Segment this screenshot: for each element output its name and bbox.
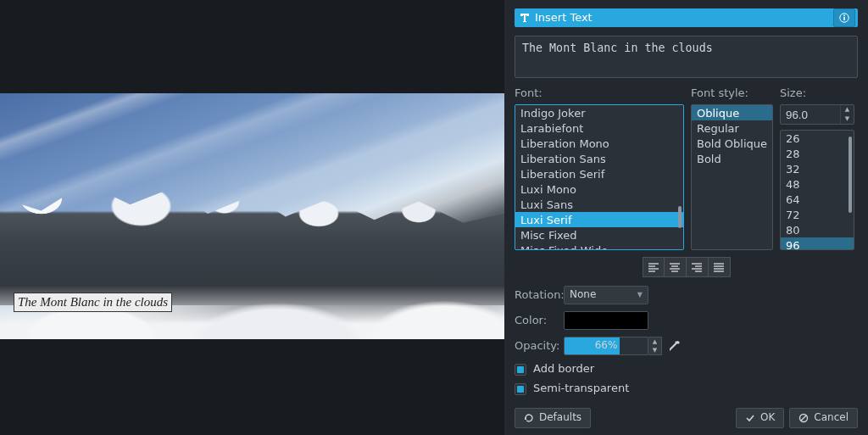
list-item[interactable]: Bold (692, 151, 772, 166)
app-root: The Mont Blanc in the clouds Insert Text… (0, 0, 868, 435)
rotation-value: None (570, 288, 596, 302)
size-spinbox[interactable]: ▲ ▼ (780, 104, 854, 125)
check-icon (745, 413, 755, 423)
insert-text-icon (515, 12, 535, 24)
opacity-step-up[interactable]: ▲ (648, 337, 661, 346)
opacity-picker-icon[interactable] (665, 337, 684, 355)
scrollbar-thumb[interactable] (678, 206, 682, 228)
opacity-slider[interactable]: 66% (564, 337, 648, 355)
list-item[interactable]: 48 (781, 176, 854, 192)
list-item[interactable]: Luxi Sans (515, 197, 683, 212)
svg-point-0 (840, 14, 849, 22)
list-item[interactable]: Luxi Serif (515, 212, 683, 227)
list-item[interactable]: Liberation Serif (515, 166, 683, 181)
alignment-toolbar (515, 257, 858, 277)
cancel-icon (798, 413, 809, 423)
cancel-label: Cancel (814, 411, 849, 425)
color-label: Color: (515, 314, 564, 328)
checkbox-icon (515, 364, 526, 376)
align-center-button[interactable] (665, 257, 687, 277)
semi-transparent-checkbox[interactable]: Semi-transparent (515, 382, 858, 396)
list-item[interactable]: 32 (781, 161, 854, 176)
list-item[interactable]: Liberation Sans (515, 151, 683, 166)
opacity-row: Opacity: 66% ▲ ▼ (515, 337, 858, 355)
svg-rect-1 (843, 17, 845, 20)
align-justify-button[interactable] (709, 257, 731, 277)
reset-icon (524, 413, 534, 423)
panel-title: Insert Text (535, 11, 833, 25)
list-item[interactable]: 80 (781, 222, 854, 237)
panel-titlebar: Insert Text (515, 8, 858, 27)
dialog-footer: Defaults OK Cancel (515, 401, 858, 435)
list-item[interactable]: Liberation Mono (515, 136, 683, 151)
defaults-label: Defaults (539, 411, 581, 425)
opacity-label: Opacity: (515, 339, 564, 354)
svg-line-20 (801, 415, 806, 421)
svg-rect-2 (843, 15, 845, 17)
list-item[interactable]: 72 (781, 207, 854, 222)
align-left-button[interactable] (643, 257, 665, 277)
preview-canvas[interactable]: The Mont Blanc in the clouds (0, 93, 504, 339)
size-input[interactable] (781, 109, 840, 121)
font-family-list[interactable]: Indigo JokerLarabiefontLiberation MonoLi… (515, 104, 684, 250)
list-item[interactable]: Misc Fixed (515, 227, 683, 243)
list-item[interactable]: Oblique (692, 105, 772, 120)
list-item[interactable]: 28 (781, 146, 854, 161)
info-button[interactable] (833, 8, 855, 27)
list-item[interactable]: Larabiefont (515, 120, 683, 136)
opacity-spin[interactable]: ▲ ▼ (648, 337, 662, 355)
text-content-input[interactable] (515, 36, 858, 78)
list-item[interactable]: Regular (692, 120, 772, 136)
size-preset-list[interactable]: 2628324864728096 (780, 130, 854, 250)
preview-pane: The Mont Blanc in the clouds (0, 0, 504, 435)
defaults-button[interactable]: Defaults (515, 408, 591, 428)
add-border-label: Add border (533, 362, 594, 376)
add-border-checkbox[interactable]: Add border (515, 362, 858, 376)
size-column: ▲ ▼ 2628324864728096 (780, 104, 854, 250)
list-item[interactable]: Bold Oblique (692, 136, 772, 151)
align-right-button[interactable] (687, 257, 709, 277)
list-item[interactable]: Luxi Mono (515, 181, 683, 197)
rotation-row: Rotation: None ▼ (515, 286, 858, 304)
ok-button[interactable]: OK (736, 408, 784, 428)
size-step-down[interactable]: ▼ (841, 114, 854, 124)
list-item[interactable]: Indigo Joker (515, 105, 683, 120)
size-step-up[interactable]: ▲ (841, 105, 854, 114)
font-style-label: Font style: (691, 86, 773, 101)
color-swatch[interactable] (564, 311, 648, 330)
list-item[interactable]: Misc Fixed Wide (515, 243, 683, 250)
opacity-step-down[interactable]: ▼ (648, 346, 661, 354)
scrollbar-thumb[interactable] (849, 137, 852, 213)
column-labels: Font: Font style: Size: (515, 86, 858, 101)
font-label: Font: (515, 86, 684, 101)
svg-point-19 (800, 415, 808, 422)
preview-text-overlay[interactable]: The Mont Blanc in the clouds (14, 293, 172, 313)
rotation-select[interactable]: None ▼ (564, 286, 648, 304)
ok-label: OK (760, 411, 775, 425)
rotation-label: Rotation: (515, 288, 564, 303)
insert-text-panel: Insert Text Font: Font style: Size: Indi… (504, 0, 868, 435)
size-label: Size: (780, 86, 854, 101)
semi-transparent-label: Semi-transparent (533, 382, 629, 396)
font-style-list[interactable]: ObliqueRegularBold ObliqueBold (691, 104, 773, 250)
list-item[interactable]: 26 (781, 131, 854, 146)
opacity-value: 66% (595, 339, 618, 353)
chevron-down-icon: ▼ (637, 291, 643, 299)
list-item[interactable]: 64 (781, 192, 854, 207)
font-picker-row: Indigo JokerLarabiefontLiberation MonoLi… (515, 104, 858, 250)
list-item[interactable]: 96 (781, 237, 854, 250)
cancel-button[interactable]: Cancel (789, 408, 858, 428)
checkbox-icon (515, 383, 526, 395)
color-row: Color: (515, 311, 858, 330)
